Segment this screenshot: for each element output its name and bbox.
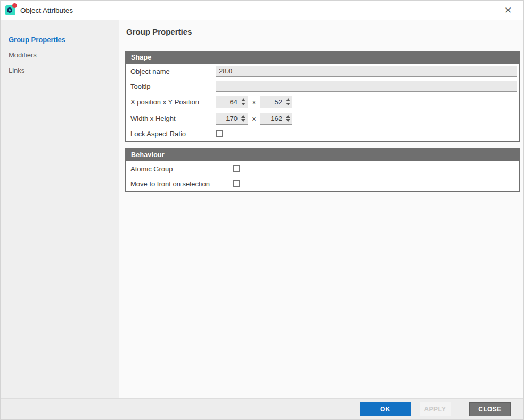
move-to-front-checkbox[interactable] bbox=[233, 180, 240, 187]
spinner-down-icon[interactable] bbox=[286, 103, 290, 105]
atomic-group-label: Atomic Group bbox=[130, 165, 233, 173]
window-close-button[interactable]: ✕ bbox=[500, 2, 516, 18]
sidebar-item-group-properties[interactable]: Group Properties bbox=[1, 32, 119, 47]
size-label: Width x Height bbox=[130, 114, 216, 122]
sidebar-item-modifiers[interactable]: Modifiers bbox=[1, 47, 119, 63]
size-separator: x bbox=[252, 115, 256, 122]
apply-button[interactable]: APPLY bbox=[420, 402, 451, 416]
app-icon-badge bbox=[12, 3, 17, 8]
x-position-arrows bbox=[241, 98, 245, 105]
spinner-down-icon[interactable] bbox=[241, 119, 245, 122]
footer-bar: OK APPLY CLOSE bbox=[1, 398, 523, 419]
close-button[interactable]: CLOSE bbox=[469, 402, 511, 416]
object-name-input[interactable] bbox=[216, 66, 517, 77]
shape-section-header: Shape bbox=[126, 52, 519, 64]
x-position-spinner[interactable]: 64 bbox=[216, 96, 248, 108]
height-spinner[interactable]: 162 bbox=[260, 113, 292, 125]
app-icon-ring bbox=[7, 7, 12, 13]
object-name-label: Object name bbox=[130, 68, 216, 76]
lock-aspect-ratio-checkbox[interactable] bbox=[216, 130, 223, 137]
spinner-down-icon[interactable] bbox=[241, 103, 245, 105]
y-position-value: 52 bbox=[275, 98, 282, 106]
behaviour-section-header: Behaviour bbox=[126, 149, 519, 161]
position-row: X position x Y Position 64 x 52 bbox=[126, 94, 519, 110]
window-title: Object Attributes bbox=[20, 6, 73, 14]
sidebar-item-links[interactable]: Links bbox=[1, 63, 119, 78]
object-name-row: Object name bbox=[126, 64, 519, 79]
tooltip-input[interactable] bbox=[216, 81, 517, 92]
ok-button[interactable]: OK bbox=[360, 402, 411, 416]
move-to-front-row: Move to front on selection bbox=[126, 176, 519, 191]
page-title: Group Properties bbox=[125, 26, 520, 42]
app-body: Group Properties Modifiers Links Group P… bbox=[1, 20, 523, 398]
width-arrows bbox=[241, 115, 245, 122]
y-position-spinner[interactable]: 52 bbox=[260, 96, 292, 108]
size-row: Width x Height 170 x 162 bbox=[126, 110, 519, 127]
width-value: 170 bbox=[226, 114, 238, 122]
close-icon: ✕ bbox=[504, 6, 512, 15]
height-value: 162 bbox=[271, 114, 282, 122]
tooltip-row: Tooltip bbox=[126, 79, 519, 94]
titlebar: Object Attributes ✕ bbox=[1, 1, 523, 20]
spinner-down-icon[interactable] bbox=[286, 119, 290, 122]
spinner-up-icon[interactable] bbox=[286, 115, 290, 118]
atomic-group-checkbox[interactable] bbox=[233, 165, 240, 172]
x-position-value: 64 bbox=[230, 98, 238, 106]
height-arrows bbox=[286, 115, 290, 122]
lock-aspect-ratio-label: Lock Aspect Ratio bbox=[130, 130, 216, 138]
position-label: X position x Y Position bbox=[130, 98, 216, 106]
y-position-arrows bbox=[286, 98, 290, 105]
lock-aspect-ratio-row: Lock Aspect Ratio bbox=[126, 127, 519, 141]
app-icon bbox=[5, 5, 15, 15]
main-panel: Group Properties Shape Object name Toolt… bbox=[119, 20, 523, 398]
sidebar: Group Properties Modifiers Links bbox=[1, 20, 119, 398]
behaviour-section: Behaviour Atomic Group Move to front on … bbox=[125, 148, 520, 192]
move-to-front-label: Move to front on selection bbox=[130, 180, 233, 188]
atomic-group-row: Atomic Group bbox=[126, 161, 519, 176]
object-attributes-window: Object Attributes ✕ Group Properties Mod… bbox=[0, 0, 524, 420]
spinner-up-icon[interactable] bbox=[241, 98, 245, 101]
spinner-up-icon[interactable] bbox=[286, 98, 290, 101]
position-separator: x bbox=[252, 98, 256, 106]
tooltip-label: Tooltip bbox=[130, 83, 216, 90]
shape-section: Shape Object name Tooltip X position x Y… bbox=[125, 51, 520, 142]
width-spinner[interactable]: 170 bbox=[216, 113, 248, 125]
spinner-up-icon[interactable] bbox=[241, 115, 245, 118]
